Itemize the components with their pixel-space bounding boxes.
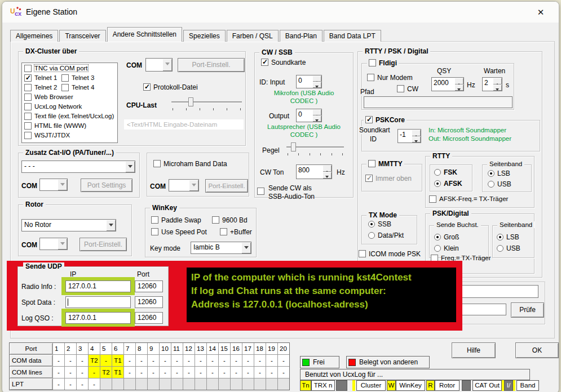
icom-mode-psk-checkbox[interactable]: ICOM mode PSK xyxy=(359,250,421,258)
immer-oben-checkbox[interactable]: Immer oben xyxy=(365,175,412,182)
protokoll-datei-checkbox[interactable]: Protokoll-Datei xyxy=(143,83,198,91)
nur-modem-checkbox[interactable]: Nur Modem xyxy=(367,74,413,82)
use-speed-pot-checkbox[interactable]: Use Speed Pot xyxy=(151,228,207,236)
mmtty-checkbox[interactable]: MMTTY xyxy=(366,160,404,168)
port-cell[interactable]: T2 xyxy=(89,355,100,366)
port-cell[interactable]: - xyxy=(77,367,88,378)
soundkarte-checkbox[interactable]: Soundkarte xyxy=(261,59,306,66)
port-cell[interactable] xyxy=(124,378,135,390)
tab-farben-qsl[interactable]: Farben / QSL xyxy=(227,30,279,42)
stepper-down-icon[interactable] xyxy=(312,115,321,122)
tx-ssb-radio[interactable]: SSB xyxy=(368,220,391,228)
warten-stepper[interactable]: 2 xyxy=(482,77,502,91)
pfad-field[interactable] xyxy=(364,96,513,108)
9600bd-checkbox[interactable]: 9600 Bd xyxy=(212,216,248,224)
port-cell[interactable] xyxy=(136,378,147,390)
rtty-usb-radio[interactable]: USB xyxy=(488,180,511,188)
port-cell[interactable]: - xyxy=(266,367,277,378)
port-cell[interactable] xyxy=(171,378,183,390)
port-cell[interactable]: T1 xyxy=(112,355,123,366)
close-icon[interactable]: ✕ xyxy=(531,6,551,19)
stepper-up-icon[interactable] xyxy=(312,75,321,82)
port-cell[interactable]: - xyxy=(266,355,277,366)
port-cell[interactable] xyxy=(278,378,289,390)
port-cell[interactable]: - xyxy=(219,367,230,378)
qsy-stepper[interactable]: 2000 xyxy=(431,77,464,91)
stepper-down-icon[interactable] xyxy=(323,172,332,179)
dx-option-ucxlog-network[interactable]: UcxLog Network xyxy=(24,103,82,110)
input-id-stepper[interactable]: 0 xyxy=(296,75,322,88)
port-cell[interactable]: - xyxy=(219,355,230,366)
port-cell[interactable]: - xyxy=(278,367,289,378)
port-cell[interactable]: - xyxy=(242,367,254,378)
klein-radio[interactable]: Klein xyxy=(434,244,459,252)
dx-port-einstell-button[interactable]: Port-Einstell. xyxy=(178,58,245,72)
port-cell[interactable]: - xyxy=(124,367,135,378)
udp-port-field[interactable]: 12060 xyxy=(135,296,163,308)
fldigi-checkbox[interactable]: Fldigi xyxy=(367,59,399,67)
port-cell[interactable]: - xyxy=(53,367,64,378)
port-cell[interactable]: - xyxy=(171,367,183,378)
port-cell[interactable]: - xyxy=(207,367,218,378)
port-cell[interactable]: - xyxy=(278,355,289,366)
chevron-down-icon[interactable] xyxy=(125,161,135,172)
microham-checkbox[interactable]: Microham Band Data xyxy=(153,160,227,168)
port-cell[interactable]: - xyxy=(207,355,218,366)
psk-lsb-radio[interactable]: LSB xyxy=(497,233,519,241)
chevron-down-icon[interactable] xyxy=(241,242,251,253)
port-cell[interactable]: - xyxy=(100,355,112,366)
chevron-down-icon[interactable] xyxy=(189,180,198,191)
stepper-up-icon[interactable] xyxy=(412,130,421,136)
slider-thumb[interactable] xyxy=(188,97,193,106)
port-cell[interactable]: - xyxy=(160,367,171,378)
port-cell[interactable]: - xyxy=(65,378,76,390)
key-mode-select[interactable]: Iambic B xyxy=(191,242,251,254)
port-cell[interactable]: - xyxy=(53,378,64,390)
stepper-down-icon[interactable] xyxy=(454,84,463,91)
rtty-lsb-radio[interactable]: LSB xyxy=(488,170,510,177)
tab-allgemeines[interactable]: Allgemeines xyxy=(10,30,58,42)
zusatz-port-settings-button[interactable]: Port Settings xyxy=(81,179,132,192)
port-cell[interactable]: - xyxy=(77,355,88,366)
zusatz-device-select[interactable]: - - - xyxy=(21,161,135,173)
port-cell[interactable] xyxy=(219,378,230,390)
port-cell[interactable]: - xyxy=(148,367,159,378)
afsk-radio[interactable]: AFSK xyxy=(434,180,462,188)
udp-port-field[interactable]: 12060 xyxy=(135,312,163,324)
pskcore-checkbox[interactable]: PSKCore xyxy=(364,116,407,124)
port-cell[interactable]: - xyxy=(148,355,159,366)
port-cell[interactable] xyxy=(266,378,277,390)
port-cell[interactable]: - xyxy=(195,367,206,378)
slider-thumb[interactable] xyxy=(291,142,296,152)
chevron-down-icon[interactable] xyxy=(58,179,67,190)
port-cell[interactable] xyxy=(254,378,266,390)
port-cell[interactable]: - xyxy=(242,355,254,366)
port-cell[interactable]: - xyxy=(65,355,76,366)
port-cell[interactable]: - xyxy=(183,367,195,378)
port-cell[interactable] xyxy=(231,378,242,390)
port-cell[interactable]: - xyxy=(231,367,242,378)
chevron-down-icon[interactable] xyxy=(106,220,116,231)
cpu-last-slider[interactable] xyxy=(171,97,242,111)
stepper-up-icon[interactable] xyxy=(454,78,463,84)
tx-data-pkt-radio[interactable]: Data/Pkt xyxy=(368,231,404,239)
pruefe-button[interactable]: Prüfe xyxy=(511,302,544,318)
dx-option-telnet-3[interactable]: Telnet 3 xyxy=(61,74,94,82)
udp-ip-field[interactable] xyxy=(65,296,131,308)
port-cell[interactable]: - xyxy=(136,355,147,366)
udp-ip-field[interactable]: 127.0.0.1 xyxy=(65,280,131,292)
port-cell[interactable]: - xyxy=(77,378,88,390)
stepper-up-icon[interactable] xyxy=(312,109,321,115)
chevron-down-icon[interactable] xyxy=(58,238,67,250)
rotor-select[interactable]: No Rotor xyxy=(21,219,116,231)
udp-ip-field[interactable]: 127.0.0.1 xyxy=(65,312,131,324)
tab-spezielles[interactable]: Spezielles xyxy=(183,30,226,42)
dx-option-text-file-ext-telnet-ucxlog[interactable]: Text file (ext.Telnet/UcxLog) xyxy=(24,113,114,120)
tab-band-plan[interactable]: Band-Plan xyxy=(280,30,323,42)
hilfe-button[interactable]: Hilfe xyxy=(452,342,496,358)
output-id-stepper[interactable]: 0 xyxy=(296,109,322,122)
port-cell[interactable]: - xyxy=(254,355,266,366)
port-cell[interactable]: - xyxy=(160,355,171,366)
buffer-checkbox[interactable]: +Buffer xyxy=(220,228,252,236)
port-cell[interactable] xyxy=(160,378,171,390)
